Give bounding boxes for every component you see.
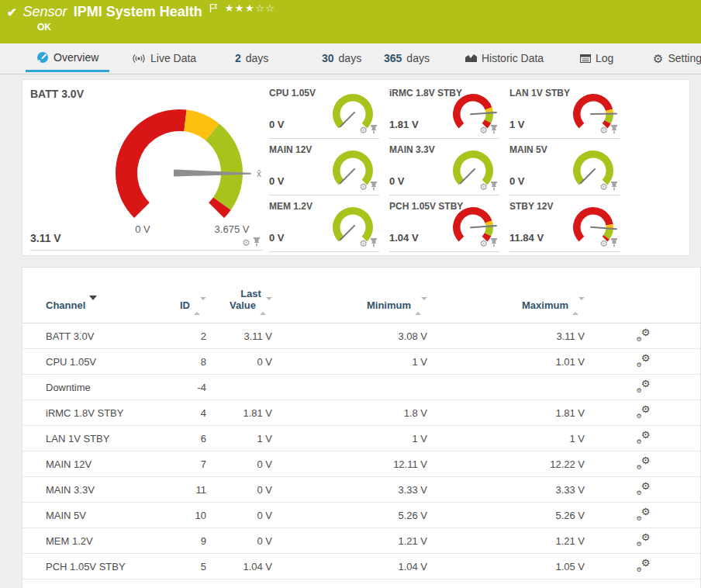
pin-icon[interactable] (370, 180, 378, 194)
gear-icon[interactable]: ⚙ (359, 239, 368, 248)
gear-icon[interactable]: ⚙ (479, 239, 488, 248)
gauge-value: 3.11 V (30, 232, 61, 244)
gear-icon[interactable]: ⚙ (599, 182, 608, 192)
channel-settings-icon[interactable]: ⚙⚙ (637, 457, 651, 469)
gear-icon[interactable]: ⚙ (359, 182, 368, 192)
channel-settings-icon[interactable]: ⚙⚙ (637, 406, 651, 418)
tile-icons: ⚙ (599, 180, 618, 194)
table-row: PCH 1.05V STBY51.04 V1.04 V1.05 V⚙⚙ (22, 554, 701, 579)
cell-settings: ⚙⚙ (585, 323, 701, 349)
channel-settings-icon[interactable]: ⚙⚙ (637, 329, 651, 341)
channel-settings-icon[interactable]: ⚙⚙ (637, 431, 651, 444)
cell-channel: MAIN 3.3V (22, 477, 147, 503)
cell-id: 5 (147, 554, 206, 579)
prtg-sensor-page: { "palette":{"green_header":"#b1c117","r… (0, 0, 701, 588)
cell-minimum: 5.26 V (272, 503, 427, 528)
table-row: MAIN 12V70 V12.11 V12.22 V⚙⚙ (22, 451, 701, 477)
gear-icon[interactable]: ⚙ (599, 239, 608, 248)
channel-settings-icon[interactable]: ⚙⚙ (637, 508, 651, 521)
gear-icon[interactable]: ⚙ (599, 126, 608, 135)
gear-icon[interactable]: ⚙ (479, 182, 488, 192)
gauge-average-marker: x̄ (257, 168, 261, 179)
column-header-label: ID (180, 299, 190, 311)
cell-settings: ⚙⚙ (585, 426, 701, 451)
cell-settings: ⚙⚙ (585, 400, 701, 426)
cell-minimum: 3.08 V (272, 323, 427, 349)
gear-icon: ⚙ (637, 438, 642, 445)
cell-maximum: 1.81 V (427, 400, 585, 426)
tab-live-data[interactable]: Live Data (121, 44, 207, 72)
status-ok-check-icon: ✔ (7, 5, 17, 19)
cell-channel: MAIN 5V (22, 503, 147, 528)
cell-last-value: 1.81 V (206, 400, 272, 426)
pin-icon[interactable] (490, 180, 498, 194)
tab-log[interactable]: Log (569, 44, 624, 72)
gear-icon: ⚙ (637, 464, 642, 471)
gear-icon[interactable]: ⚙ (479, 126, 488, 135)
sensor-title: IPMI System Health (74, 4, 202, 20)
gauge-title: MAIN 12V (269, 144, 312, 155)
pin-icon[interactable] (610, 123, 618, 137)
tab-label: days (339, 52, 362, 64)
gear-icon: ⚙ (641, 531, 651, 543)
gauge-main: x̄ (94, 88, 264, 243)
pin-icon[interactable] (490, 237, 498, 251)
cell-minimum: 12.11 V (272, 451, 427, 477)
channel-settings-icon[interactable]: ⚙⚙ (637, 534, 651, 546)
tab-overview[interactable]: Overview (26, 44, 109, 72)
cell-minimum: 1 V (272, 426, 427, 451)
cell-last-value: 3.11 V (206, 323, 272, 349)
cell-id: 6 (147, 426, 206, 451)
tab-settings[interactable]: ⚙Settings (642, 44, 701, 72)
gear-icon[interactable]: ⚙ (242, 238, 250, 247)
column-header-channel[interactable]: Channel (22, 268, 147, 323)
tile-icons: ⚙ (479, 180, 498, 194)
column-header-last-value[interactable]: LastValue (206, 268, 272, 323)
cell-last-value: 0 V (206, 503, 272, 528)
pin-icon[interactable] (370, 237, 378, 251)
small-gauges-grid: CPU 1.05V0 V⚙iRMC 1.8V STBY1.81 V⚙LAN 1V… (269, 85, 686, 257)
tab-365-days[interactable]: 365days (373, 44, 440, 72)
cell-minimum: 1 V (272, 349, 427, 375)
pin-icon[interactable] (253, 236, 261, 250)
sort-toggle-icon (260, 300, 272, 312)
tile-icons: ⚙ (599, 123, 618, 137)
column-header-settings (585, 268, 701, 323)
cell-maximum: 1 V (427, 426, 585, 451)
tab-2-days[interactable]: 2days (224, 44, 279, 72)
cell-last-value: 0 V (206, 451, 272, 477)
cell-minimum: 3.33 V (272, 477, 427, 503)
star-rating[interactable]: ★★★☆☆ (225, 2, 276, 14)
channel-settings-icon[interactable]: ⚙⚙ (637, 355, 651, 367)
channel-settings-icon[interactable]: ⚙⚙ (637, 559, 651, 572)
gear-icon[interactable]: ⚙ (359, 126, 368, 135)
column-header-id[interactable]: ID (147, 268, 206, 323)
column-header-maximum[interactable]: Maximum (427, 268, 585, 323)
tab-label: days (406, 52, 430, 64)
cell-id: 10 (147, 503, 206, 528)
column-header-label: Maximum (522, 299, 568, 311)
pin-icon[interactable] (370, 123, 378, 137)
tile-icons: ⚙ (359, 123, 378, 137)
pin-icon[interactable] (490, 123, 498, 137)
pin-icon[interactable] (610, 180, 618, 194)
tab-historic-data[interactable]: Historic Data (454, 44, 554, 72)
sort-toggle-icon (415, 300, 427, 312)
gauge-value: 1 V (509, 119, 525, 130)
flag-icon[interactable] (209, 2, 219, 16)
gauge-value: 1.04 V (389, 232, 419, 244)
gauge-tile-main-3-3v: MAIN 3.3V0 V⚙ (389, 141, 499, 195)
tab-30-days[interactable]: 30days (311, 44, 372, 72)
pin-icon[interactable] (610, 237, 618, 251)
gear-icon: ⚙ (637, 489, 642, 496)
gauge-title: MEM 1.2V (269, 201, 313, 212)
channel-settings-icon[interactable]: ⚙⚙ (637, 483, 651, 495)
cell-id: 8 (147, 349, 206, 375)
channels-table: ChannelIDLastValueMinimumMaximum BATT 3.… (22, 268, 701, 579)
cell-channel: MEM 1.2V (22, 528, 147, 554)
column-header-minimum[interactable]: Minimum (272, 268, 427, 323)
tile-icons: ⚙ (359, 180, 378, 194)
channel-settings-icon[interactable]: ⚙⚙ (637, 380, 651, 393)
column-header-label: Channel (46, 299, 85, 311)
gear-icon: ⚙ (641, 557, 651, 569)
